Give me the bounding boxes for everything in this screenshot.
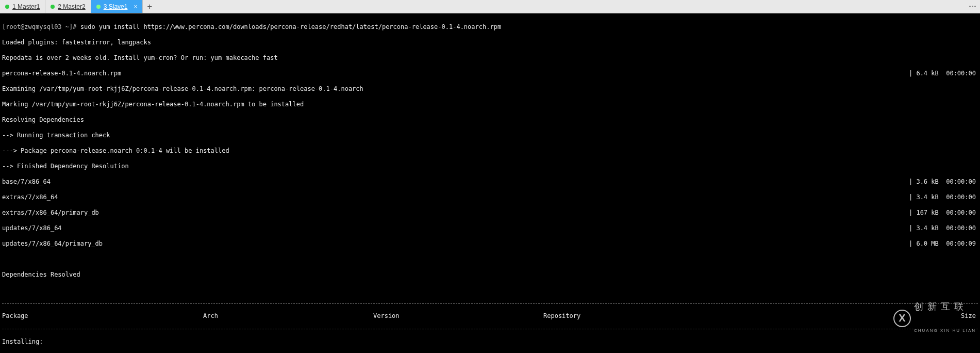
terminal-line: Resolving Dependencies [2, 116, 978, 124]
repo-name: base/7/x86_64 [2, 178, 909, 186]
shell-command: sudo yum install https://www.percona.com… [80, 23, 501, 30]
col-arch: Arch [203, 312, 373, 320]
status-dot-icon [51, 5, 55, 9]
repo-name: updates/7/x86_64/primary_db [2, 240, 909, 248]
terminal-line: Examining /var/tmp/yum-root-rkjj6Z/perco… [2, 85, 978, 93]
col-version: Version [373, 312, 543, 320]
download-meter: | 167 kB 00:00:00 [909, 209, 978, 217]
tab-bar: 1 Master1 2 Master2 3 Slave1 × + [0, 0, 980, 13]
overflow-menu-icon[interactable] [965, 0, 980, 13]
col-repository: Repository [543, 312, 791, 320]
repo-name: extras/7/x86_64 [2, 194, 909, 201]
shell-prompt: [root@zwqmysql03 ~]# [2, 23, 80, 30]
logo-mark-icon [893, 310, 911, 327]
tab-label: 3 Slave1 [104, 3, 128, 10]
terminal-output[interactable]: [root@zwqmysql03 ~]# sudo yum install ht… [0, 13, 980, 353]
status-dot-icon [5, 5, 9, 9]
section-installing: Installing: [2, 338, 978, 346]
download-meter: | 6.4 kB 00:00:00 [909, 70, 978, 77]
terminal-line: Loaded plugins: fastestmirror, langpacks [2, 39, 978, 46]
repo-name: extras/7/x86_64/primary_db [2, 209, 909, 217]
terminal-line: ---> Package percona-release.noarch 0:0.… [2, 147, 978, 155]
divider [2, 303, 978, 303]
terminal-line: Marking /var/tmp/yum-root-rkjj6Z/percona… [2, 101, 978, 108]
tab-master1[interactable]: 1 Master1 [0, 0, 45, 13]
repo-name: updates/7/x86_64 [2, 224, 909, 232]
terminal-line: Repodata is over 2 weeks old. Install yu… [2, 54, 978, 62]
col-package: Package [2, 312, 203, 320]
download-meter: | 3.6 kB 00:00:00 [909, 178, 978, 186]
tab-label: 1 Master1 [12, 3, 40, 10]
terminal-line: --> Finished Dependency Resolution [2, 163, 978, 170]
tab-slave1[interactable]: 3 Slave1 × [91, 0, 143, 13]
add-tab-button[interactable]: + [143, 0, 156, 13]
terminal-line: --> Running transaction check [2, 132, 978, 139]
terminal-line: percona-release-0.1-4.noarch.rpm [2, 70, 909, 77]
status-dot-icon [96, 5, 101, 9]
download-meter: | 6.0 MB 00:00:09 [909, 240, 978, 248]
download-meter: | 3.4 kB 00:00:00 [909, 224, 978, 232]
logo-text: 创新互联 CHUANG XIN HU LIAN [914, 286, 976, 350]
tab-master2[interactable]: 2 Master2 [45, 0, 91, 13]
divider [2, 329, 978, 329]
watermark-logo: 创新互联 CHUANG XIN HU LIAN [893, 286, 976, 350]
close-icon[interactable]: × [134, 3, 137, 10]
terminal-line: Dependencies Resolved [2, 271, 978, 279]
tab-label: 2 Master2 [58, 3, 85, 10]
download-meter: | 3.4 kB 00:00:00 [909, 194, 978, 201]
table-header: Package Arch Version Repository Size [2, 312, 978, 320]
